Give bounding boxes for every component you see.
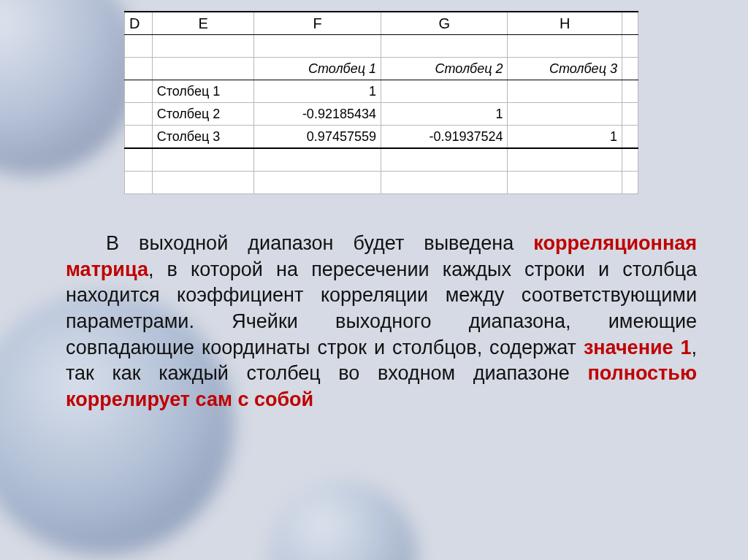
highlight-value-1: значение 1 xyxy=(584,337,692,358)
spreadsheet-table: D E F G H Столбец 1 Столбец 2 Столбец 3 … xyxy=(124,11,638,194)
column-letters-row: D E F G H xyxy=(125,12,638,35)
row-label: Столбец 2 xyxy=(152,103,254,126)
cell xyxy=(622,103,638,126)
cell xyxy=(125,103,153,126)
empty-row xyxy=(125,172,638,194)
cell-value xyxy=(381,80,508,103)
data-header-row: Столбец 1 Столбец 2 Столбец 3 xyxy=(125,58,638,80)
cell-value: 1 xyxy=(381,103,508,126)
row-label: Столбец 3 xyxy=(152,126,254,149)
cell xyxy=(152,58,254,80)
table-row: Столбец 2 -0.92185434 1 xyxy=(125,103,638,126)
empty-row xyxy=(125,148,638,172)
cell xyxy=(622,58,638,80)
cell-value: -0.92185434 xyxy=(254,103,381,126)
header-col3: Столбец 3 xyxy=(508,58,622,80)
correlation-matrix-sheet: D E F G H Столбец 1 Столбец 2 Столбец 3 … xyxy=(124,11,638,194)
cell xyxy=(622,80,638,103)
table-row: Столбец 3 0.97457559 -0.91937524 1 xyxy=(125,126,638,149)
background-shape xyxy=(270,482,416,560)
col-letter: F xyxy=(254,12,381,35)
cell-value: 1 xyxy=(508,126,622,149)
header-col1: Столбец 1 xyxy=(254,58,381,80)
col-letter: G xyxy=(381,12,508,35)
cell xyxy=(125,80,153,103)
row-label: Столбец 1 xyxy=(152,80,254,103)
cell-value: 0.97457559 xyxy=(254,126,381,149)
body-paragraph: В выходной диапазон будет выведена корре… xyxy=(66,231,697,413)
cell-value xyxy=(508,80,622,103)
cell-value xyxy=(508,103,622,126)
cell xyxy=(125,126,153,149)
table-row: Столбец 1 1 xyxy=(125,80,638,103)
empty-row xyxy=(125,35,638,58)
background-shape xyxy=(0,0,139,175)
text-run: В выходной диапазон будет выведена xyxy=(106,232,533,254)
cell xyxy=(622,126,638,149)
cell xyxy=(125,58,153,80)
cell-value: 1 xyxy=(254,80,381,103)
cell-value: -0.91937524 xyxy=(381,126,508,149)
col-letter: E xyxy=(152,12,254,35)
col-letter: H xyxy=(508,12,622,35)
header-col2: Столбец 2 xyxy=(381,58,508,80)
col-letter xyxy=(622,12,638,35)
col-letter: D xyxy=(125,12,153,35)
